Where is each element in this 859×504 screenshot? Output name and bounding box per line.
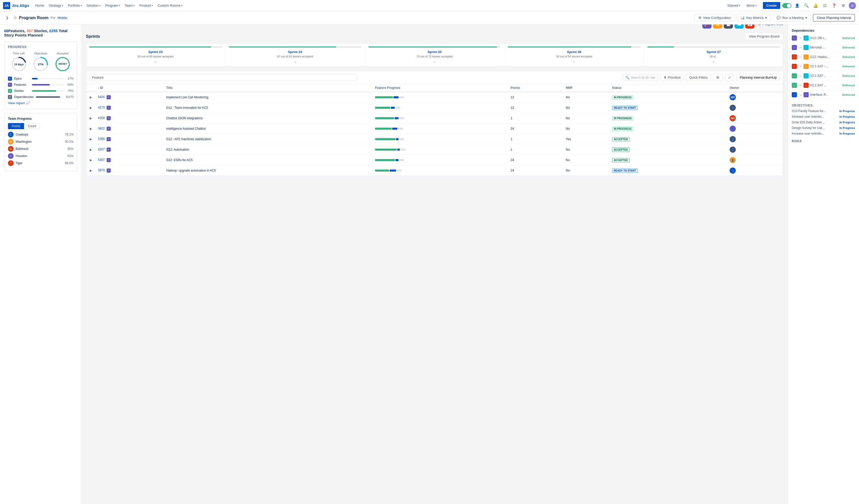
- sprint-icon-row: ◇: [229, 60, 361, 64]
- expand-button[interactable]: ▶: [89, 169, 93, 173]
- view-configuration-button[interactable]: ⚙ View Configuration: [695, 14, 735, 21]
- col-owner[interactable]: Owner: [727, 84, 783, 92]
- program-view-button[interactable]: ⚙ Program View: [758, 25, 783, 26]
- nav-custom-rooms[interactable]: Custom Rooms ▾: [155, 2, 185, 9]
- key-metrics-button[interactable]: 📊 Key Metrics ▾: [737, 14, 771, 21]
- tool-calendar-icon[interactable]: 📅: [745, 25, 754, 29]
- nav-program[interactable]: Program ▾: [103, 2, 122, 9]
- sprint-desc: 55 out of 60 stories accepted: [89, 55, 222, 58]
- checkbox-icon[interactable]: ☑: [821, 2, 828, 9]
- col-mmf[interactable]: MMF: [563, 84, 609, 92]
- dep-name[interactable]: Interface: P...: [810, 93, 841, 96]
- toggle-switch[interactable]: [782, 3, 792, 8]
- nav-portfolio[interactable]: Portfolio ▾: [66, 2, 84, 9]
- progress-title: Progress:: [8, 45, 74, 49]
- burnup-button[interactable]: Planning Interval BurnUp: [736, 74, 780, 81]
- feature-filter-select[interactable]: Feature: [89, 74, 357, 81]
- feature-id[interactable]: 5387: [98, 158, 105, 162]
- sprint-name[interactable]: Sprint 26: [508, 50, 641, 54]
- dep-name[interactable]: V2.1 SAT ...: [810, 74, 841, 78]
- prioritize-button[interactable]: ⬆ Prioritize: [660, 74, 684, 81]
- nav-product[interactable]: Product ▾: [137, 2, 155, 9]
- user-avatar[interactable]: U: [849, 2, 856, 9]
- nav-solution[interactable]: Solution ▾: [85, 2, 103, 9]
- progress-blue: [391, 107, 395, 109]
- dependency-row: □ → □ V2.1 SAT ... Delivered: [792, 83, 855, 88]
- col-points[interactable]: Points: [508, 84, 563, 92]
- nav-starred[interactable]: Starred ▾: [725, 2, 742, 9]
- profile-icon[interactable]: 👤: [794, 2, 801, 9]
- tool-star-icon[interactable]: ⭐: [713, 25, 722, 29]
- sprint-name[interactable]: Sprint 25: [368, 50, 501, 54]
- expand-button[interactable]: ▶: [89, 95, 93, 99]
- feature-id[interactable]: 3422: [98, 127, 105, 130]
- team-tab-points[interactable]: Points: [8, 123, 24, 129]
- feature-id[interactable]: 5386: [98, 137, 105, 141]
- search-icon[interactable]: 🔍: [803, 2, 810, 9]
- quick-filters-button[interactable]: Quick Filters: [686, 74, 711, 81]
- col-title[interactable]: Title: [164, 84, 373, 92]
- expand-button[interactable]: ▶: [89, 116, 93, 120]
- feature-id[interactable]: 4207: [98, 147, 105, 151]
- notification-icon[interactable]: 🔔: [812, 2, 819, 9]
- objective-name[interactable]: Grow iOS Daily Active ...: [792, 121, 839, 124]
- expand-button[interactable]: ▶: [89, 127, 93, 131]
- view-report-link[interactable]: View report 📈: [8, 101, 74, 105]
- progress-light: [399, 117, 404, 119]
- create-button[interactable]: Create: [763, 2, 780, 9]
- dep-name[interactable]: Mirrored ...: [810, 46, 841, 49]
- help-icon[interactable]: ❓: [830, 2, 838, 9]
- sprint-desc: 18 of...: [647, 55, 780, 58]
- star-icon[interactable]: ☆: [13, 15, 17, 20]
- objective-name[interactable]: Increase user retentio...: [792, 132, 839, 135]
- dep-to-icon: □: [803, 54, 809, 60]
- feature-id[interactable]: 4273: [98, 106, 105, 109]
- objective-name[interactable]: Increase user retentio...: [792, 115, 839, 119]
- nav-home[interactable]: Home: [33, 2, 46, 9]
- expand-button[interactable]: ▶: [89, 106, 93, 110]
- prioritize-icon: ⬆: [664, 76, 666, 79]
- dep-name[interactable]: V2.1 SAT ...: [810, 83, 841, 87]
- logo[interactable]: JA Jira Align: [3, 2, 29, 9]
- sprint-name[interactable]: Sprint 23: [89, 50, 222, 54]
- tool-rocket-icon[interactable]: 🚀: [702, 25, 711, 29]
- expand-icon-btn[interactable]: ⤢: [725, 74, 734, 81]
- expand-button[interactable]: ▶: [89, 147, 93, 152]
- sprint-name[interactable]: Sprint 27: [647, 50, 780, 54]
- col-id[interactable]: ↕ ID: [95, 84, 164, 92]
- objectives-svg: 27%: [33, 57, 48, 72]
- nav-team[interactable]: Team ▾: [122, 2, 137, 9]
- close-planning-interval-button[interactable]: Close Planning Interval: [813, 14, 855, 21]
- sprint-name[interactable]: Sprint 24: [229, 50, 361, 54]
- nav-strategy[interactable]: Strategy ▾: [46, 2, 65, 9]
- features-row: F Features 56%: [8, 83, 74, 87]
- feature-icon: F: [107, 158, 111, 162]
- dep-name[interactable]: G12: DB c...: [810, 36, 841, 40]
- tool-list-icon[interactable]: 📋: [724, 25, 733, 29]
- objective-name[interactable]: Design Survey for Call...: [792, 126, 839, 130]
- team-row: T Tiger 88.8%: [8, 160, 74, 166]
- sprint-diamond-icon: ◇: [433, 60, 436, 64]
- feature-id[interactable]: 4209: [98, 116, 105, 120]
- settings-icon[interactable]: ⚙: [840, 2, 847, 9]
- run-meeting-button[interactable]: 💬 Run a Meeting ▾: [773, 14, 811, 21]
- collapse-button[interactable]: ❯: [4, 11, 10, 25]
- expand-button[interactable]: ▶: [89, 137, 93, 141]
- team-tab-count[interactable]: Count: [24, 123, 40, 129]
- settings-icon-btn[interactable]: ⚙: [713, 74, 723, 81]
- dep-name[interactable]: G12: Hadoo...: [810, 55, 841, 59]
- tool-cloud-icon[interactable]: ☁: [735, 25, 744, 29]
- nav-items[interactable]: Items ▾: [744, 2, 759, 9]
- features-fill: [32, 84, 50, 85]
- dep-to-icon: □: [803, 92, 809, 97]
- feature-id[interactable]: 5426: [98, 95, 105, 99]
- dep-status: Delivered: [842, 65, 855, 68]
- objective-name[interactable]: G13 Family Feature for...: [792, 109, 839, 113]
- expand-button[interactable]: ▶: [89, 158, 93, 162]
- feature-id[interactable]: 3973: [98, 169, 105, 172]
- col-progress[interactable]: Feature Progress: [373, 84, 508, 92]
- search-box[interactable]: 🔍 Search by ID, Nar: [622, 74, 658, 81]
- view-program-board-button[interactable]: View Program Board: [745, 33, 783, 40]
- col-status[interactable]: Status: [609, 84, 727, 92]
- dep-name[interactable]: V2.1 SAT - ...: [810, 65, 841, 68]
